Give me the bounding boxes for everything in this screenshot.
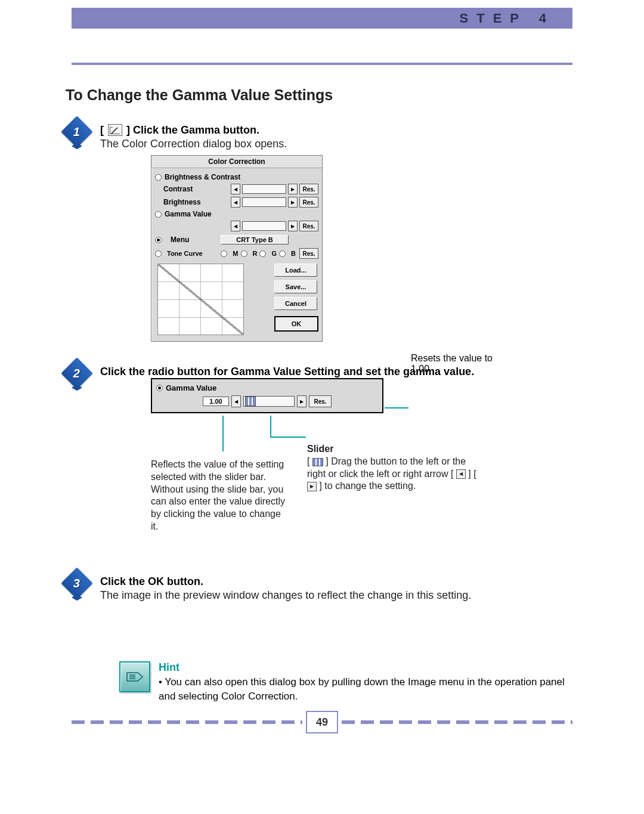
brightness-label: Brightness bbox=[155, 198, 217, 206]
dialog-title: Color Correction bbox=[151, 156, 322, 168]
arrow-right-icon: ▶ bbox=[307, 482, 317, 491]
hint-body: • You can also open this dialog box by p… bbox=[159, 675, 572, 704]
gamma-radio[interactable] bbox=[155, 211, 162, 218]
hint-box: Hint • You can also open this dialog box… bbox=[119, 661, 572, 704]
load-button[interactable]: Load... bbox=[274, 264, 317, 277]
step-badge-2: 2 bbox=[61, 357, 93, 389]
menu-radio-label: Menu bbox=[171, 236, 189, 244]
bc-radio-row[interactable]: Brightness & Contrast bbox=[155, 172, 318, 182]
footer-dash-left bbox=[72, 720, 302, 724]
channel-b-radio[interactable] bbox=[279, 250, 286, 257]
tone-reset-button[interactable]: Res. bbox=[299, 248, 318, 259]
step-1: 1 [ ] Click the Gamma button. The Color … bbox=[66, 122, 572, 358]
brightness-arrow-left[interactable]: ◀ bbox=[231, 197, 240, 208]
gamma-radio-label: Gamma Value bbox=[165, 210, 212, 218]
contrast-label: Contrast bbox=[155, 185, 217, 193]
anno-leader bbox=[385, 407, 408, 408]
channel-g-radio[interactable] bbox=[259, 250, 266, 257]
tone-radio-label: Tone Curve bbox=[167, 250, 204, 257]
brightness-reset-button[interactable]: Res. bbox=[299, 197, 318, 208]
section-title: To Change the Gamma Value Settings bbox=[66, 86, 572, 104]
anno-value-body: Reflects the value of the setting select… bbox=[151, 459, 288, 533]
header-divider bbox=[72, 63, 572, 65]
gamma-zoom-panel: Gamma Value 1.00 ◀ ▶ Res. bbox=[151, 378, 383, 413]
contrast-arrow-left[interactable]: ◀ bbox=[231, 184, 240, 194]
zoom-slider-track[interactable] bbox=[243, 396, 295, 407]
zoom-arrow-left[interactable]: ◀ bbox=[231, 395, 241, 407]
step-1-title: [ ] Click the Gamma button. bbox=[100, 124, 572, 137]
anno-reset-label: Resets the value to 1.00 bbox=[411, 353, 509, 374]
menu-radio[interactable] bbox=[155, 237, 162, 243]
brightness-slider-track[interactable] bbox=[242, 197, 286, 207]
color-correction-dialog: Color Correction Brightness & Contrast C… bbox=[151, 155, 323, 342]
gamma-slider-track[interactable] bbox=[242, 221, 286, 231]
zoom-reset-button[interactable]: Res. bbox=[309, 395, 332, 407]
zoom-gamma-label: Gamma Value bbox=[166, 383, 216, 392]
footer-dash-right bbox=[342, 720, 572, 724]
anno-leader bbox=[222, 416, 224, 451]
step-badge-3: 3 bbox=[61, 567, 93, 599]
menu-dropdown[interactable]: CRT Type B bbox=[221, 235, 289, 244]
gamma-curve-icon bbox=[108, 124, 122, 136]
hint-icon bbox=[119, 661, 150, 692]
step-3-sub: The image in the preview window changes … bbox=[100, 589, 572, 602]
bc-radio-label: Brightness & Contrast bbox=[165, 173, 240, 181]
cancel-button[interactable]: Cancel bbox=[274, 297, 317, 310]
zoom-gamma-radio[interactable] bbox=[156, 385, 163, 391]
tone-curve-graph[interactable] bbox=[157, 264, 244, 335]
channel-m-radio[interactable] bbox=[221, 250, 227, 257]
ok-button[interactable]: OK bbox=[274, 316, 318, 332]
tone-radio[interactable] bbox=[155, 250, 162, 257]
anno-slider-title: Slider bbox=[307, 443, 486, 456]
slider-thumb-icon[interactable] bbox=[245, 397, 256, 406]
anno-slider-body: [ ] Drag the button to the left or the r… bbox=[307, 456, 486, 493]
arrow-left-icon: ◀ bbox=[456, 469, 466, 479]
gamma-reset-button[interactable]: Res. bbox=[299, 221, 318, 231]
step-header-label: STEP 4 bbox=[460, 11, 555, 26]
step-1-sub: The Color Correction dialog box opens. bbox=[100, 138, 572, 150]
gamma-arrow-right[interactable]: ▶ bbox=[288, 221, 298, 231]
step-badge-1: 1 bbox=[61, 116, 93, 148]
zoom-arrow-right[interactable]: ▶ bbox=[297, 395, 306, 407]
step-3-title: Click the OK button. bbox=[100, 575, 572, 588]
page-footer: 49 bbox=[72, 711, 572, 733]
step-2: 2 Click the radio button for Gamma Value… bbox=[66, 363, 572, 418]
brightness-arrow-right[interactable]: ▶ bbox=[288, 197, 298, 208]
contrast-reset-button[interactable]: Res. bbox=[299, 184, 318, 194]
gamma-arrow-left[interactable]: ◀ bbox=[231, 221, 240, 231]
bc-radio[interactable] bbox=[155, 174, 162, 181]
step-3: 3 Click the OK button. The image in the … bbox=[66, 573, 572, 602]
contrast-slider-track[interactable] bbox=[242, 184, 286, 194]
slider-thumb-icon bbox=[312, 458, 323, 466]
anno-leader bbox=[270, 416, 271, 437]
channel-r-radio[interactable] bbox=[241, 250, 247, 257]
save-button[interactable]: Save... bbox=[274, 280, 317, 293]
hint-title: Hint bbox=[159, 661, 572, 674]
page-number: 49 bbox=[306, 711, 338, 733]
gamma-radio-row[interactable]: Gamma Value bbox=[155, 209, 318, 219]
page-header-bar: STEP 4 bbox=[72, 8, 572, 29]
contrast-arrow-right[interactable]: ▶ bbox=[288, 184, 298, 194]
gamma-value-field[interactable]: 1.00 bbox=[203, 397, 229, 406]
anno-leader bbox=[270, 437, 306, 438]
